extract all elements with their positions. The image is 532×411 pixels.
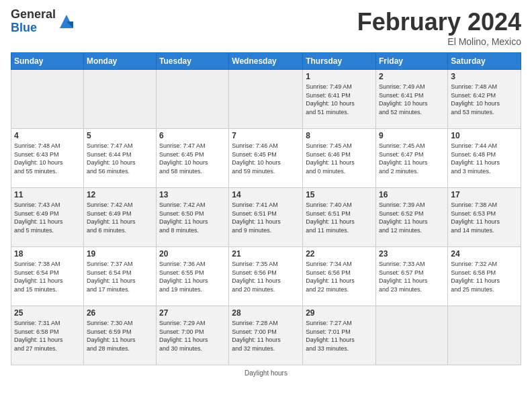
day-cell: 4Sunrise: 7:48 AM Sunset: 6:43 PM Daylig… bbox=[11, 129, 84, 188]
day-info: Sunrise: 7:42 AM Sunset: 6:49 PM Dayligh… bbox=[87, 201, 153, 234]
day-info: Sunrise: 7:36 AM Sunset: 6:55 PM Dayligh… bbox=[159, 260, 226, 293]
day-info: Sunrise: 7:38 AM Sunset: 6:54 PM Dayligh… bbox=[14, 260, 81, 293]
day-info: Sunrise: 7:48 AM Sunset: 6:42 PM Dayligh… bbox=[451, 83, 518, 116]
month-title: February 2024 bbox=[357, 8, 521, 36]
day-cell: 24Sunrise: 7:32 AM Sunset: 6:58 PM Dayli… bbox=[448, 247, 521, 306]
day-number: 10 bbox=[451, 131, 518, 140]
day-number: 7 bbox=[232, 131, 300, 140]
day-cell: 22Sunrise: 7:34 AM Sunset: 6:56 PM Dayli… bbox=[303, 247, 376, 306]
col-header-monday: Monday bbox=[83, 53, 156, 70]
day-number: 6 bbox=[159, 131, 226, 140]
day-number: 21 bbox=[232, 249, 300, 259]
day-info: Sunrise: 7:33 AM Sunset: 6:57 PM Dayligh… bbox=[379, 260, 445, 293]
day-number: 4 bbox=[14, 131, 81, 140]
footer: Daylight hours bbox=[11, 369, 521, 377]
day-info: Sunrise: 7:29 AM Sunset: 7:00 PM Dayligh… bbox=[159, 319, 226, 353]
day-cell: 26Sunrise: 7:30 AM Sunset: 6:59 PM Dayli… bbox=[83, 306, 156, 365]
col-header-thursday: Thursday bbox=[303, 53, 376, 70]
day-cell: 19Sunrise: 7:37 AM Sunset: 6:54 PM Dayli… bbox=[83, 247, 156, 306]
day-number: 2 bbox=[379, 72, 445, 81]
week-row-3: 11Sunrise: 7:43 AM Sunset: 6:49 PM Dayli… bbox=[11, 188, 521, 247]
day-number: 15 bbox=[306, 190, 373, 199]
logo-blue: Blue bbox=[11, 21, 56, 35]
day-info: Sunrise: 7:37 AM Sunset: 6:54 PM Dayligh… bbox=[87, 260, 153, 293]
day-cell: 14Sunrise: 7:41 AM Sunset: 6:51 PM Dayli… bbox=[229, 188, 303, 247]
day-number: 23 bbox=[379, 249, 445, 259]
day-cell: 1Sunrise: 7:49 AM Sunset: 6:41 PM Daylig… bbox=[303, 70, 376, 129]
day-cell: 28Sunrise: 7:28 AM Sunset: 7:00 PM Dayli… bbox=[229, 306, 303, 365]
day-number: 25 bbox=[14, 308, 81, 318]
day-cell: 7Sunrise: 7:46 AM Sunset: 6:45 PM Daylig… bbox=[229, 129, 303, 188]
day-cell bbox=[83, 70, 156, 129]
day-number: 3 bbox=[451, 72, 518, 81]
day-info: Sunrise: 7:28 AM Sunset: 7:00 PM Dayligh… bbox=[232, 319, 300, 353]
day-cell: 15Sunrise: 7:40 AM Sunset: 6:51 PM Dayli… bbox=[303, 188, 376, 247]
week-row-2: 4Sunrise: 7:48 AM Sunset: 6:43 PM Daylig… bbox=[11, 129, 521, 188]
day-number: 26 bbox=[87, 308, 153, 318]
day-info: Sunrise: 7:47 AM Sunset: 6:44 PM Dayligh… bbox=[87, 142, 153, 175]
week-row-1: 1Sunrise: 7:49 AM Sunset: 6:41 PM Daylig… bbox=[11, 70, 521, 129]
day-cell bbox=[157, 70, 229, 129]
page: General Blue February 2024 El Molino, Me… bbox=[0, 0, 532, 411]
day-cell: 20Sunrise: 7:36 AM Sunset: 6:55 PM Dayli… bbox=[157, 247, 229, 306]
day-number: 29 bbox=[306, 308, 373, 318]
day-number: 17 bbox=[451, 190, 518, 199]
col-header-saturday: Saturday bbox=[448, 53, 521, 70]
day-info: Sunrise: 7:46 AM Sunset: 6:45 PM Dayligh… bbox=[232, 142, 300, 175]
day-cell: 9Sunrise: 7:45 AM Sunset: 6:47 PM Daylig… bbox=[376, 129, 448, 188]
day-number: 28 bbox=[232, 308, 300, 318]
day-number: 12 bbox=[87, 190, 153, 199]
day-info: Sunrise: 7:42 AM Sunset: 6:50 PM Dayligh… bbox=[159, 201, 226, 234]
day-info: Sunrise: 7:47 AM Sunset: 6:45 PM Dayligh… bbox=[159, 142, 226, 175]
day-number: 9 bbox=[379, 131, 445, 140]
day-number: 19 bbox=[87, 249, 153, 259]
col-header-sunday: Sunday bbox=[11, 53, 84, 70]
day-cell: 3Sunrise: 7:48 AM Sunset: 6:42 PM Daylig… bbox=[448, 70, 521, 129]
title-block: February 2024 El Molino, Mexico bbox=[357, 8, 521, 47]
day-info: Sunrise: 7:41 AM Sunset: 6:51 PM Dayligh… bbox=[232, 201, 300, 234]
calendar-table: SundayMondayTuesdayWednesdayThursdayFrid… bbox=[11, 52, 521, 365]
header-row: SundayMondayTuesdayWednesdayThursdayFrid… bbox=[11, 53, 521, 70]
logo-icon bbox=[57, 12, 76, 31]
day-info: Sunrise: 7:34 AM Sunset: 6:56 PM Dayligh… bbox=[306, 260, 373, 293]
location: El Molino, Mexico bbox=[357, 36, 521, 47]
col-header-tuesday: Tuesday bbox=[157, 53, 229, 70]
day-cell bbox=[229, 70, 303, 129]
day-number: 1 bbox=[306, 72, 373, 81]
day-info: Sunrise: 7:43 AM Sunset: 6:49 PM Dayligh… bbox=[14, 201, 81, 234]
day-cell: 23Sunrise: 7:33 AM Sunset: 6:57 PM Dayli… bbox=[376, 247, 448, 306]
day-number: 16 bbox=[379, 190, 445, 199]
day-info: Sunrise: 7:35 AM Sunset: 6:56 PM Dayligh… bbox=[232, 260, 300, 293]
day-info: Sunrise: 7:45 AM Sunset: 6:47 PM Dayligh… bbox=[379, 142, 445, 175]
day-cell bbox=[376, 306, 448, 365]
day-info: Sunrise: 7:44 AM Sunset: 6:48 PM Dayligh… bbox=[451, 142, 518, 175]
day-number: 14 bbox=[232, 190, 300, 199]
day-cell: 13Sunrise: 7:42 AM Sunset: 6:50 PM Dayli… bbox=[157, 188, 229, 247]
day-info: Sunrise: 7:48 AM Sunset: 6:43 PM Dayligh… bbox=[14, 142, 81, 175]
day-cell: 21Sunrise: 7:35 AM Sunset: 6:56 PM Dayli… bbox=[229, 247, 303, 306]
logo-text: General Blue bbox=[11, 8, 56, 35]
day-info: Sunrise: 7:49 AM Sunset: 6:41 PM Dayligh… bbox=[379, 83, 445, 116]
day-info: Sunrise: 7:45 AM Sunset: 6:46 PM Dayligh… bbox=[306, 142, 373, 175]
day-info: Sunrise: 7:30 AM Sunset: 6:59 PM Dayligh… bbox=[87, 319, 153, 353]
day-cell: 11Sunrise: 7:43 AM Sunset: 6:49 PM Dayli… bbox=[11, 188, 84, 247]
day-info: Sunrise: 7:38 AM Sunset: 6:53 PM Dayligh… bbox=[451, 201, 518, 234]
day-cell bbox=[448, 306, 521, 365]
day-cell: 18Sunrise: 7:38 AM Sunset: 6:54 PM Dayli… bbox=[11, 247, 84, 306]
week-row-5: 25Sunrise: 7:31 AM Sunset: 6:58 PM Dayli… bbox=[11, 306, 521, 365]
day-info: Sunrise: 7:39 AM Sunset: 6:52 PM Dayligh… bbox=[379, 201, 445, 234]
col-header-wednesday: Wednesday bbox=[229, 53, 303, 70]
day-number: 18 bbox=[14, 249, 81, 259]
day-info: Sunrise: 7:27 AM Sunset: 7:01 PM Dayligh… bbox=[306, 319, 373, 353]
day-number: 8 bbox=[306, 131, 373, 140]
day-number: 11 bbox=[14, 190, 81, 199]
col-header-friday: Friday bbox=[376, 53, 448, 70]
day-number: 20 bbox=[159, 249, 226, 259]
day-cell: 29Sunrise: 7:27 AM Sunset: 7:01 PM Dayli… bbox=[303, 306, 376, 365]
logo-general: General bbox=[11, 8, 56, 21]
day-number: 5 bbox=[87, 131, 153, 140]
day-number: 24 bbox=[451, 249, 518, 259]
day-cell: 5Sunrise: 7:47 AM Sunset: 6:44 PM Daylig… bbox=[83, 129, 156, 188]
day-number: 13 bbox=[159, 190, 226, 199]
day-info: Sunrise: 7:49 AM Sunset: 6:41 PM Dayligh… bbox=[306, 83, 373, 116]
